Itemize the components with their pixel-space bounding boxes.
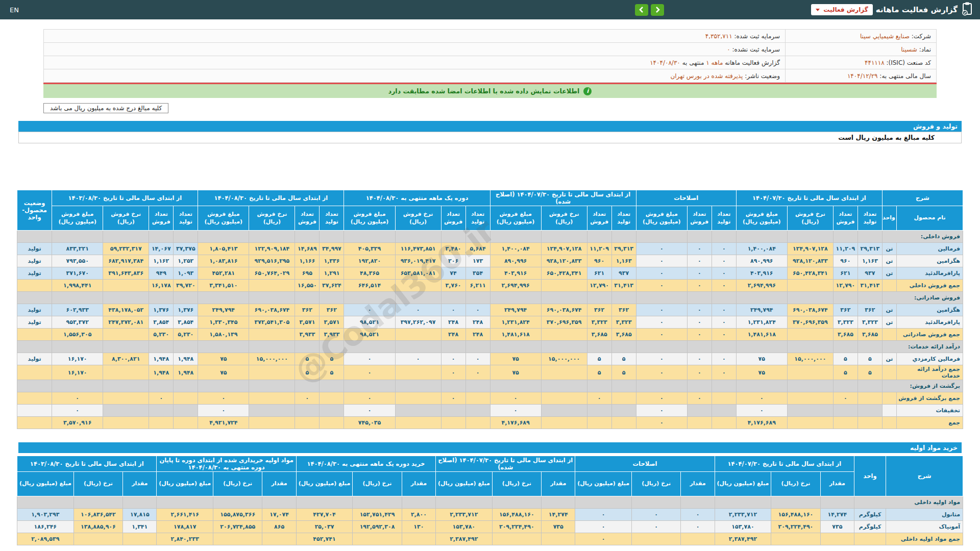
cell: ۱۴,۲۷۴ <box>820 509 854 521</box>
cell: ۹۲۸,۱۲۰,۸۳۳ <box>541 255 587 267</box>
cell <box>441 292 465 304</box>
cell <box>712 405 736 417</box>
cell <box>736 292 787 304</box>
row-label: هگزامین <box>896 304 963 316</box>
column-header: تعداد فروش <box>587 206 611 231</box>
cell <box>787 341 833 353</box>
cell: ۱۵۲,۷۵۱,۴۲۹ <box>353 509 402 521</box>
info-value: ۱۴۰۴/۰۸/۳۰ <box>650 59 680 66</box>
cell: ۱۵۶,۴۸۸,۱۶۰ <box>771 509 820 521</box>
cell: ۰ <box>636 353 687 365</box>
column-header: اصلاحات <box>636 190 736 206</box>
row-label: مواد اولیه داخلی <box>854 496 963 509</box>
cell <box>262 533 296 545</box>
column-header: از ابتدای سال مالی تا تاریخ ۱۴۰۴/۰۷/۳۰ <box>715 456 854 472</box>
table-row: جمع مواد اولیه داخلی۲,۳۸۷,۴۹۲۰۲,۳۸۷,۴۹۲۴… <box>17 533 963 545</box>
cell <box>249 417 295 429</box>
column-header: مبلغ (میلیون ریال) <box>157 472 213 496</box>
raw-materials-table: شرحواحداز ابتدای سال مالی تا تاریخ ۱۴۰۴/… <box>17 456 963 545</box>
column-header: مبلغ فروش (میلیون ریال) <box>636 206 687 231</box>
status-cell: تولید <box>17 267 52 280</box>
cell: ۲۴۹,۷۹۴ <box>490 304 541 316</box>
column-header: تعداد تولید <box>712 206 736 231</box>
cell: ۱,۱۶۲ <box>149 255 174 267</box>
cell: ۲۰۹,۲۲۴,۴۹۰ <box>771 521 820 533</box>
prev-report-button[interactable] <box>635 4 648 16</box>
info-value: پذیرفته شده در بورس تهران <box>670 72 743 80</box>
cell: ۳,۳۴۱,۵۱۰ <box>198 280 249 292</box>
cell <box>687 231 712 243</box>
cell: ۶۴۶,۵۱۴ <box>344 280 395 292</box>
cell <box>249 280 295 292</box>
production-sales-table-wrap: شرحاز ابتدای سال مالی تا تاریخ ۱۴۰۴/۰۷/۳… <box>17 190 963 429</box>
cell <box>687 417 712 429</box>
row-label: پارافرمالدئید <box>896 316 963 329</box>
column-header: از ابتدای سال مالی تا تاریخ ۱۴۰۴/۰۷/۳۰ (… <box>490 190 636 206</box>
next-report-button[interactable] <box>651 4 664 16</box>
cell: ۰ <box>465 365 490 380</box>
cell <box>295 405 320 417</box>
cell: ۰ <box>149 392 174 405</box>
report-type-dropdown[interactable]: گزارش فعالیت <box>811 4 872 15</box>
section-title-production-sales: تولید و فروش <box>18 121 962 132</box>
cell: ۰ <box>441 392 465 405</box>
cell: ۰ <box>687 304 712 316</box>
info-label: سال مالی منتهی به: <box>878 72 931 80</box>
cell: ۱۲,۷۹۰ <box>833 280 857 292</box>
cell <box>441 405 465 417</box>
cell <box>587 341 611 353</box>
cell: ۰ <box>198 405 249 417</box>
column-header: اصلاحات <box>575 456 715 472</box>
cell <box>857 231 882 243</box>
unit-cell <box>882 365 896 380</box>
cell <box>395 292 441 304</box>
unit-cell <box>854 533 886 545</box>
cell: ۰ <box>687 280 712 292</box>
cell <box>17 380 52 392</box>
cell: ۱,۳۴۱ <box>123 521 157 533</box>
language-toggle[interactable]: EN <box>7 6 22 14</box>
cell: ۰ <box>687 392 712 405</box>
info-cell: شرکت: صنایع شیمیايي سینا <box>786 30 937 43</box>
info-cell: سرمایه ثبت شده: ۴,۳۵۲,۷۱۱ <box>44 30 786 43</box>
cell <box>320 341 344 353</box>
cell: ۴۳۸,۱۷۸,۰۵۲ <box>103 304 149 316</box>
info-value: صنایع شیمیايي سینا <box>860 33 910 40</box>
column-header: تعداد فروش <box>149 206 174 231</box>
table-row: پارافرمالدئیدتن۹۳۷۶۲۱۶۵۰,۴۲۸,۳۴۱۴۰۳,۹۱۶۰… <box>17 267 963 280</box>
column-header: مبلغ (میلیون ریال) <box>296 472 353 496</box>
cell: ۹۶۰ <box>833 255 857 267</box>
cell <box>636 341 687 353</box>
cell: ۰ <box>687 353 712 365</box>
cell: ۷۴ <box>441 267 465 280</box>
cell <box>52 341 103 353</box>
cell <box>320 417 344 429</box>
row-label: متانول <box>886 509 963 521</box>
cell <box>857 341 882 353</box>
cell: ۳,۳۲۳ <box>611 316 636 329</box>
cell: ۵ <box>320 365 344 380</box>
cell: ۳۶۲ <box>295 304 320 316</box>
cell <box>787 292 833 304</box>
cell: ۴۰۳,۹۱۶ <box>490 267 541 280</box>
info-value: ۱۴۰۴/۱۲/۲۹ <box>847 72 878 80</box>
column-header: تعداد فروش <box>833 206 857 231</box>
cell: ۹۳۷ <box>857 267 882 280</box>
cell <box>441 380 465 392</box>
cell: ۵ <box>295 353 320 365</box>
unit-cell <box>882 280 896 292</box>
cell: ۳,۹۳۳ <box>295 329 320 341</box>
unit-cell: تن <box>882 243 896 255</box>
column-header: خرید دوره یک ماهه منتهی به ۱۴۰۴/۰۸/۳۰ <box>296 456 435 472</box>
cell: ۳,۶۸۵ <box>611 329 636 341</box>
unit-cell: کیلوگرم <box>854 509 886 521</box>
cell <box>465 392 490 405</box>
info-cell: گزارش فعالیت ماهانه ۱ ماهه منتهی به ۱۴۰۴… <box>44 56 786 69</box>
column-header: از ابتدای سال مالی تا تاریخ ۱۴۰۳/۰۸/۳۰ <box>17 456 157 472</box>
section-subtitle-unit: کلیه مبالغ به میلیون ریال است <box>18 132 962 143</box>
cell: ۰ <box>687 243 712 255</box>
cell: ۰ <box>712 280 736 292</box>
cell <box>395 365 441 380</box>
cell <box>249 341 295 353</box>
table-row: پارافرمالدئیدتن۳,۳۲۳۳,۳۲۳۳۷۰,۶۹۶,۳۵۹۱,۲۳… <box>17 316 963 329</box>
